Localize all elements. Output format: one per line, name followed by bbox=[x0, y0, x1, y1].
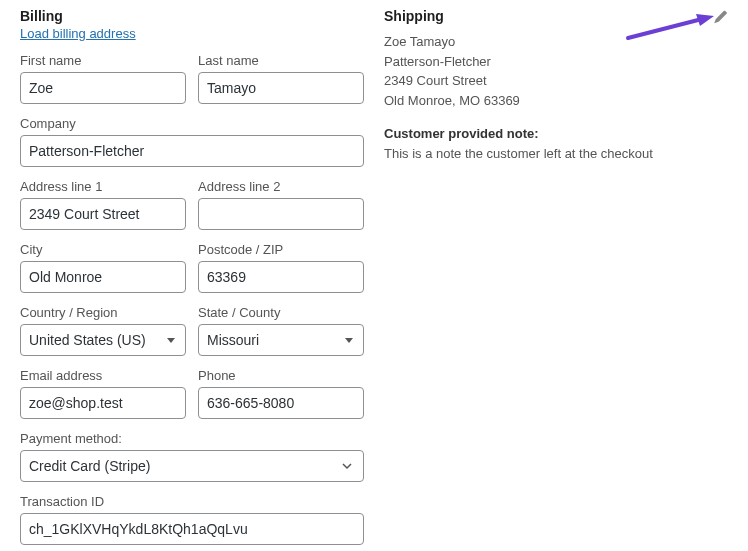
transaction-id-input[interactable] bbox=[20, 513, 364, 545]
pencil-icon[interactable] bbox=[714, 10, 728, 27]
country-select[interactable]: United States (US) bbox=[20, 324, 186, 356]
address1-input[interactable] bbox=[20, 198, 186, 230]
city-input[interactable] bbox=[20, 261, 186, 293]
email-input[interactable] bbox=[20, 387, 186, 419]
state-select[interactable]: Missouri bbox=[198, 324, 364, 356]
first-name-label: First name bbox=[20, 53, 186, 68]
payment-method-label: Payment method: bbox=[20, 431, 364, 446]
last-name-input[interactable] bbox=[198, 72, 364, 104]
billing-heading: Billing bbox=[20, 8, 364, 24]
address2-input[interactable] bbox=[198, 198, 364, 230]
company-label: Company bbox=[20, 116, 364, 131]
address2-label: Address line 2 bbox=[198, 179, 364, 194]
postcode-input[interactable] bbox=[198, 261, 364, 293]
customer-note-text: This is a note the customer left at the … bbox=[384, 144, 728, 164]
chevron-down-icon bbox=[167, 338, 175, 343]
company-input[interactable] bbox=[20, 135, 364, 167]
chevron-down-icon bbox=[341, 460, 353, 472]
country-value: United States (US) bbox=[29, 332, 146, 348]
last-name-label: Last name bbox=[198, 53, 364, 68]
payment-method-value: Credit Card (Stripe) bbox=[29, 458, 150, 474]
load-billing-address-link[interactable]: Load billing address bbox=[20, 26, 136, 41]
address1-label: Address line 1 bbox=[20, 179, 186, 194]
state-label: State / County bbox=[198, 305, 364, 320]
shipping-city-line: Old Monroe, MO 63369 bbox=[384, 91, 728, 111]
phone-input[interactable] bbox=[198, 387, 364, 419]
country-label: Country / Region bbox=[20, 305, 186, 320]
shipping-section: Shipping Zoe Tamayo Patterson-Fletcher 2… bbox=[384, 8, 728, 551]
shipping-heading: Shipping bbox=[384, 8, 728, 24]
state-value: Missouri bbox=[207, 332, 259, 348]
email-label: Email address bbox=[20, 368, 186, 383]
transaction-id-label: Transaction ID bbox=[20, 494, 364, 509]
city-label: City bbox=[20, 242, 186, 257]
chevron-down-icon bbox=[345, 338, 353, 343]
postcode-label: Postcode / ZIP bbox=[198, 242, 364, 257]
payment-method-select[interactable]: Credit Card (Stripe) bbox=[20, 450, 364, 482]
shipping-company: Patterson-Fletcher bbox=[384, 52, 728, 72]
phone-label: Phone bbox=[198, 368, 364, 383]
first-name-input[interactable] bbox=[20, 72, 186, 104]
shipping-name: Zoe Tamayo bbox=[384, 32, 728, 52]
shipping-street: 2349 Court Street bbox=[384, 71, 728, 91]
customer-note-heading: Customer provided note: bbox=[384, 124, 728, 144]
billing-section: Billing Load billing address First name … bbox=[20, 8, 364, 551]
